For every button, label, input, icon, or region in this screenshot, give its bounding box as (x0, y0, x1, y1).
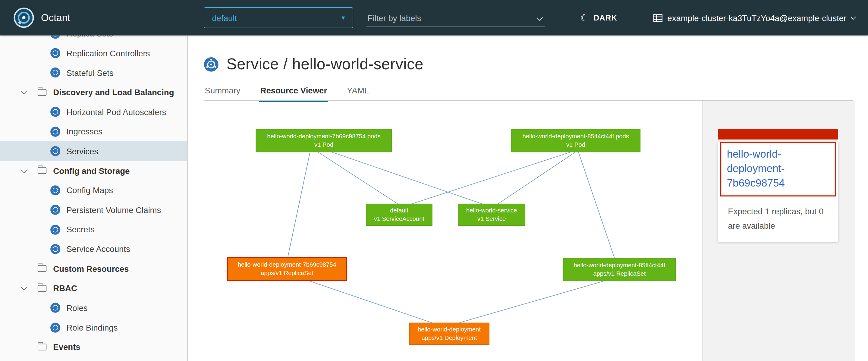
sidebar-item-label: Service Accounts (66, 244, 130, 254)
chevron-down-icon (536, 14, 543, 21)
app-header: Octant default ▾ ☾ DARK example-cluster-… (0, 0, 868, 36)
detail-panel: hello-world-deployment-7b69c98754 Expect… (702, 101, 855, 361)
chevron-slot (22, 169, 27, 172)
node-name: default (390, 206, 408, 215)
octant-logo-icon (13, 7, 34, 28)
sidebar-item-label: Roles (66, 303, 87, 313)
selected-node-link[interactable]: hello-world-deployment-7b69c98754 (727, 147, 830, 191)
tab-summary[interactable]: Summary (204, 83, 241, 102)
sidebar-item-roles[interactable]: Roles (0, 298, 187, 318)
node-kind: apps/v1 ReplicaSet (261, 269, 313, 277)
sidebar-item-replica-sets[interactable]: Replica Sets (0, 36, 187, 43)
sidebar-item-role-bindings[interactable]: Role Bindings (0, 318, 187, 337)
theme-toggle-label: DARK (593, 13, 617, 22)
chevron-down-icon[interactable] (21, 284, 27, 291)
chevron-down-icon[interactable] (21, 88, 27, 95)
sidebar-item-stateful-sets[interactable]: Stateful Sets (0, 63, 187, 83)
label-filter[interactable] (367, 8, 545, 27)
graph-node-deployment-hello-world[interactable]: hello-world-deploymentapps/v1 Deployment (409, 323, 489, 345)
sidebar-item-label: Services (66, 146, 98, 156)
sidebar-item-horizontal-pod-autoscalers[interactable]: Horizontal Pod Autoscalers (0, 102, 187, 122)
tab-resource-viewer[interactable]: Resource Viewer (259, 83, 328, 102)
sidebar-item-label: Events (53, 342, 80, 352)
sidebar-item-config-and-storage[interactable]: Config and Storage (0, 161, 187, 180)
horizontal-pod-autoscalers-icon (50, 107, 60, 117)
sidebar-item-label: Config Maps (66, 186, 113, 195)
moon-icon: ☾ (580, 12, 589, 24)
card-status-strip (718, 129, 838, 139)
sidebar-item-discovery-and-load-balancing[interactable]: Discovery and Load Balancing (0, 83, 187, 102)
node-kind: v1 ServiceAccount (374, 215, 424, 223)
node-name: hello-world-service (466, 206, 517, 215)
sidebar-item-replication-controllers[interactable]: Replication Controllers (0, 43, 187, 63)
ingresses-icon (50, 127, 60, 136)
sidebar-item-rbac[interactable]: RBAC (0, 278, 187, 298)
node-name: hello-world-deployment (418, 325, 481, 334)
chevron-slot (22, 91, 27, 94)
node-kind: v1 Service (477, 215, 506, 223)
namespace-value: default (212, 13, 237, 22)
cluster-icon (653, 13, 662, 22)
sidebar-item-persistent-volume-claims[interactable]: Persistent Volume Claims (0, 200, 187, 220)
sidebar-item-service-accounts[interactable]: Service Accounts (0, 239, 187, 259)
graph-node-replicaset-85ff4cf44f[interactable]: hello-world-deployment-85ff4cf44fapps/v1… (563, 258, 676, 281)
sidebar-item-label: Secrets (66, 225, 94, 234)
sidebar-item-label: Ingresses (66, 127, 102, 136)
sidebar-item-custom-resources[interactable]: Custom Resources (0, 259, 187, 278)
graph-node-pod-85ff4cf44f[interactable]: hello-world-deployment-85ff4cf44f podsv1… (511, 129, 641, 152)
sidebar-item-events[interactable]: Events (0, 337, 187, 357)
sidebar-nav: Replica SetsReplication ControllersState… (0, 36, 188, 361)
node-name: hello-world-deployment-85ff4cf44f pods (522, 132, 629, 140)
node-name: hello-world-deployment-7b69c98754 pods (267, 132, 380, 140)
node-kind: apps/v1 ReplicaSet (593, 269, 646, 277)
theme-toggle-button[interactable]: ☾ DARK (580, 0, 617, 36)
replica-status-message: Expected 1 replicas, but 0 are available (718, 199, 838, 233)
sidebar-item-label: Config and Storage (53, 166, 130, 175)
sidebar-item-label: Stateful Sets (66, 68, 113, 77)
sidebar-item-config-maps[interactable]: Config Maps (0, 180, 187, 200)
graph-edge (498, 152, 575, 204)
app-title: Octant (41, 12, 70, 24)
sidebar-item-ingresses[interactable]: Ingresses (0, 122, 187, 141)
octant-logo-area: Octant (13, 0, 70, 36)
config-maps-icon (50, 185, 60, 195)
sidebar-item-services[interactable]: Services (0, 141, 187, 161)
cluster-context-label: example-cluster-ka3TuTzYo4a@example-clus… (667, 13, 846, 22)
card-title-box: hello-world-deployment-7b69c98754 (720, 142, 836, 196)
graph-edge (412, 152, 570, 204)
sidebar-item-label: Role Bindings (66, 323, 118, 332)
label-filter-input[interactable] (367, 13, 538, 27)
stateful-sets-icon (50, 68, 60, 78)
chevron-down-icon[interactable] (21, 166, 27, 173)
graph-node-serviceaccount-default[interactable]: defaultv1 ServiceAccount (366, 204, 432, 226)
resource-viewer-body: hello-world-deployment-7b69c98754 podsv1… (188, 101, 855, 361)
card-body: hello-world-deployment-7b69c98754 Expect… (718, 142, 838, 242)
roles-icon (50, 303, 60, 313)
cluster-context-selector[interactable]: example-cluster-ka3TuTzYo4a@example-clus… (653, 0, 855, 36)
sidebar-list: Replica SetsReplication ControllersState… (0, 36, 187, 357)
tab-yaml[interactable]: YAML (346, 83, 370, 102)
chevron-slot (22, 287, 27, 290)
graph-node-service-hello-world[interactable]: hello-world-servicev1 Service (458, 204, 525, 226)
service-icon (204, 57, 219, 72)
service-accounts-icon (50, 244, 60, 254)
sidebar-item-secrets[interactable]: Secrets (0, 220, 187, 239)
main-content: Service / hello-world-service SummaryRes… (188, 36, 868, 361)
services-icon (50, 146, 60, 156)
sidebar-item-label: Discovery and Load Balancing (53, 88, 174, 97)
persistent-volume-claims-icon (50, 205, 60, 215)
graph-edge (318, 152, 398, 204)
namespace-select[interactable]: default ▾ (204, 7, 353, 28)
node-kind: apps/v1 Deployment (421, 334, 477, 342)
graph-node-pod-7b69c98754[interactable]: hello-world-deployment-7b69c98754 podsv1… (256, 129, 392, 152)
sidebar-item-label: Persistent Volume Claims (66, 205, 161, 215)
secrets-icon (50, 225, 60, 234)
graph-edge (332, 152, 482, 204)
graph-node-replicaset-7b69c98754[interactable]: hello-world-deployment-7b69c98754apps/v1… (227, 257, 347, 281)
role-bindings-icon (50, 322, 60, 332)
sidebar-item-label: RBAC (53, 284, 77, 293)
graph-edge (578, 152, 614, 258)
chevron-down-icon: ▾ (341, 14, 345, 22)
folder-icon (38, 167, 46, 174)
node-name: hello-world-deployment-7b69c98754 (238, 261, 336, 269)
